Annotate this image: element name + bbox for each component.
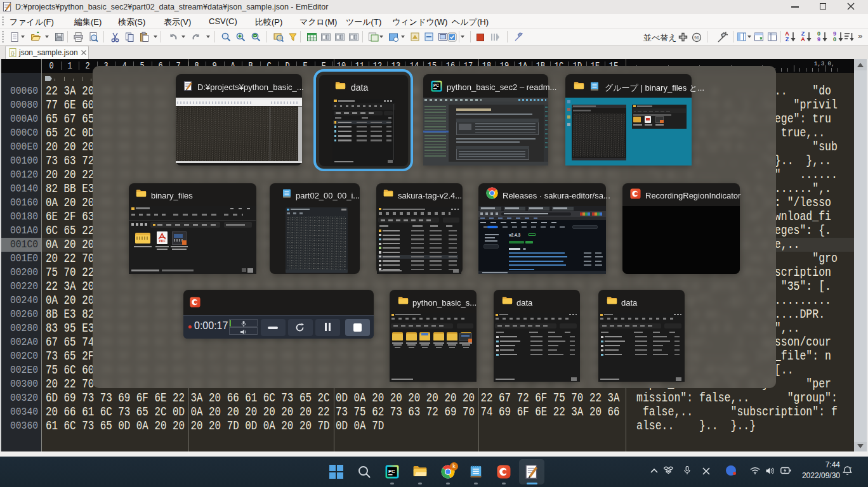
svg-text:96: 96: [694, 36, 699, 40]
svg-text:{}: {}: [11, 50, 15, 56]
svg-text:PC: PC: [388, 469, 395, 474]
svg-text:PC: PC: [433, 83, 439, 88]
svg-text:z: z: [850, 466, 852, 470]
